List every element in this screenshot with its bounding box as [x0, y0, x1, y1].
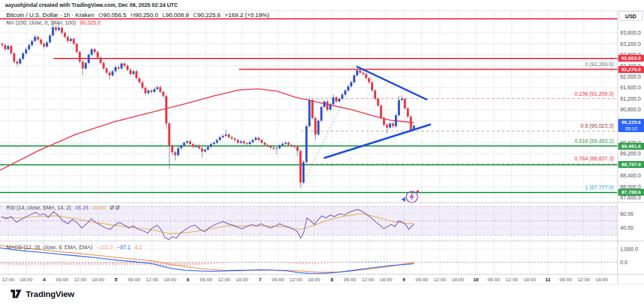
open-label: O [99, 11, 103, 18]
candle-body [153, 89, 155, 92]
candle-body [118, 67, 119, 69]
tradingview-logo[interactable]: TradingView [10, 289, 74, 299]
high-value: 90,250.0 [135, 11, 158, 18]
candle-body [25, 49, 27, 53]
candle-body [275, 148, 277, 149]
candle-body [386, 125, 388, 127]
candle-body [344, 91, 346, 95]
candle-body [374, 91, 376, 99]
macd-label[interactable]: MACD (12, 26, close, 9, EMA, EMA) [6, 244, 92, 250]
candle-body [264, 143, 265, 145]
candle-body [228, 135, 230, 137]
ma-value: 90,325.0 [80, 20, 101, 26]
tradingview-logo-icon [10, 289, 22, 299]
candle-body [299, 151, 301, 182]
candle-body [28, 45, 30, 50]
candle-body [22, 53, 24, 59]
macd-value: −97.1 [117, 244, 131, 250]
candle-body [177, 148, 179, 155]
candle-body [192, 144, 194, 147]
candle-body [49, 35, 51, 42]
candle-body [126, 66, 128, 70]
candle-body [401, 99, 402, 100]
candle-body [144, 87, 146, 93]
candle-body [311, 100, 313, 118]
candle-body [207, 147, 209, 149]
candle-body [272, 148, 274, 149]
chart-canvas[interactable] [0, 0, 644, 307]
candle-body [87, 55, 89, 63]
candle-body [106, 69, 108, 73]
candle-body [55, 27, 57, 30]
macd-legend[interactable]: MACD (12, 26, close, 9, EMA, EMA) −101.3… [6, 244, 145, 250]
chart-window: aayushjindal created with TradingView.co… [0, 0, 644, 307]
candle-body [389, 123, 391, 128]
candle-body [40, 40, 42, 44]
rsi-legend[interactable]: RSI (14, close, SMA, 14, 2) 45.26 46.60 … [6, 204, 122, 211]
candle-body [180, 145, 182, 148]
change-value: +169.2 (+0.19%) [225, 11, 270, 18]
candle-body [225, 135, 227, 136]
candle-body [198, 145, 200, 148]
symbol-title[interactable]: Bitcoin / U.S. Dollar · 1h · Kraken [6, 11, 94, 18]
candle-body [165, 96, 167, 124]
candle-body [407, 108, 409, 116]
ma-legend[interactable]: MA (100, close, 0, SMA, 100) 90,325.0 [6, 20, 103, 26]
candle-body [114, 67, 116, 72]
candle-body [37, 37, 39, 40]
candle-body [318, 121, 319, 135]
candle-body [109, 72, 111, 75]
trendline [325, 125, 430, 158]
candle-body [67, 37, 69, 42]
candle-body [231, 137, 233, 138]
candle-body [43, 44, 45, 47]
candle-body [46, 42, 48, 47]
close-label: C [193, 11, 197, 18]
candle-body [246, 143, 248, 144]
candle-body [410, 116, 412, 130]
candle-body [371, 82, 373, 91]
candle-body [234, 138, 236, 140]
candle-body [362, 72, 364, 74]
candle-body [395, 115, 397, 126]
candle-body [64, 33, 65, 37]
low-value: 90,008.9 [165, 11, 189, 18]
candle-body [326, 101, 328, 109]
candle-body [347, 86, 349, 91]
candle-body [189, 142, 191, 144]
candle-body [13, 53, 15, 62]
candle-body [99, 57, 101, 63]
rsi-label[interactable]: RSI (14, close, SMA, 14, 2) [6, 204, 71, 211]
candle-body [142, 82, 143, 88]
candle-body [97, 52, 99, 58]
tradingview-logo-text: TradingView [26, 289, 74, 299]
candle-body [236, 140, 238, 142]
candle-body [210, 144, 212, 147]
ma-label[interactable]: MA (100, close, 0, SMA, 100) [6, 20, 76, 26]
candle-body [204, 150, 206, 152]
candle-body [258, 138, 260, 140]
candle-body [195, 145, 197, 147]
candle-body [121, 64, 123, 69]
candle-body [323, 101, 325, 107]
candle-body [341, 94, 343, 99]
candle-body [398, 100, 400, 115]
candle-body [248, 142, 250, 144]
candle-body [132, 71, 134, 74]
candle-body [79, 52, 80, 62]
candle-body [174, 152, 176, 155]
candle-body [335, 98, 337, 102]
macd-hist-value: −101.3 [96, 244, 113, 250]
candle-body [255, 138, 257, 140]
candle-body [287, 143, 289, 145]
rsi-sma-value: 46.60 [92, 204, 106, 211]
candle-body [296, 147, 298, 151]
currency-scale-button[interactable]: USD [619, 11, 643, 21]
candle-body [284, 143, 286, 144]
candle-body [19, 59, 21, 64]
symbol-legend[interactable]: Bitcoin / U.S. Dollar · 1h · Kraken O90,… [6, 11, 272, 18]
candle-body [171, 145, 173, 152]
candle-body [123, 64, 125, 65]
candle-body [330, 104, 331, 110]
candle-body [159, 87, 161, 92]
